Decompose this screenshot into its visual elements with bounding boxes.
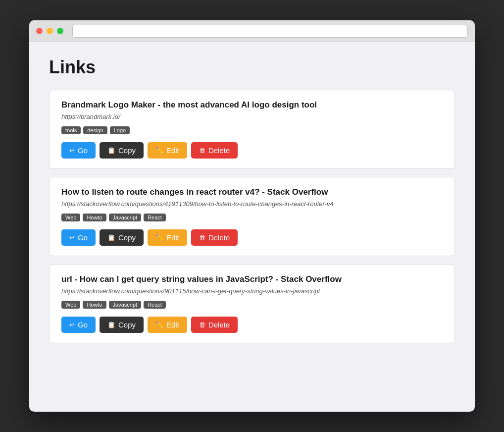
edit-label: Edit: [166, 233, 179, 242]
close-button[interactable]: [36, 28, 43, 34]
browser-content: Links Brandmark Logo Maker - the most ad…: [29, 42, 475, 366]
copy-label: Copy: [118, 233, 136, 242]
copy-icon: 📋: [107, 321, 115, 328]
link-card-3: url - How can I get query string values …: [49, 264, 455, 343]
link-title: Brandmark Logo Maker - the most advanced…: [61, 100, 443, 110]
delete-button[interactable]: 🗑Delete: [191, 317, 238, 333]
delete-button[interactable]: 🗑Delete: [191, 142, 238, 159]
browser-window: Links Brandmark Logo Maker - the most ad…: [29, 20, 475, 412]
actions-row: ↩Go📋Copy✏️Edit🗑Delete: [61, 229, 443, 246]
link-title: How to listen to route changes in react …: [61, 187, 443, 197]
edit-label: Edit: [166, 146, 179, 155]
tag: React: [144, 301, 166, 309]
edit-icon: ✏️: [155, 234, 163, 241]
tag: Howto: [83, 301, 106, 309]
tag: Javascript: [109, 214, 142, 221]
tags-row: WebHowtoJavascriptReact: [61, 301, 443, 309]
edit-button[interactable]: ✏️Edit: [148, 317, 187, 333]
tag: Logo: [110, 126, 130, 134]
copy-button[interactable]: 📋Copy: [100, 317, 144, 333]
link-url: https://stackoverflow.com/questions/9011…: [61, 287, 443, 295]
maximize-button[interactable]: [57, 28, 63, 34]
go-label: Go: [78, 146, 88, 155]
delete-label: Delete: [208, 321, 230, 329]
delete-icon: 🗑: [199, 147, 205, 154]
link-url: https://brandmark.io/: [61, 113, 443, 120]
go-button[interactable]: ↩Go: [61, 142, 96, 159]
edit-icon: ✏️: [155, 321, 163, 328]
copy-label: Copy: [118, 321, 136, 329]
go-icon: ↩: [69, 321, 75, 328]
tag: Web: [61, 301, 80, 309]
tag: React: [144, 214, 166, 221]
minimize-button[interactable]: [47, 28, 53, 34]
copy-button[interactable]: 📋Copy: [100, 142, 144, 159]
browser-titlebar: [29, 20, 475, 42]
delete-label: Delete: [208, 146, 230, 155]
tags-row: WebHowtoJavascriptReact: [61, 214, 443, 221]
actions-row: ↩Go📋Copy✏️Edit🗑Delete: [61, 317, 443, 333]
delete-label: Delete: [208, 233, 230, 242]
tag: design: [83, 126, 107, 134]
link-card-1: Brandmark Logo Maker - the most advanced…: [49, 90, 455, 169]
link-url: https://stackoverflow.com/questions/4191…: [61, 200, 443, 208]
delete-icon: 🗑: [199, 234, 205, 241]
tag: tools: [61, 126, 81, 134]
edit-label: Edit: [166, 321, 179, 329]
go-label: Go: [78, 233, 88, 242]
delete-button[interactable]: 🗑Delete: [191, 229, 238, 246]
link-title: url - How can I get query string values …: [61, 274, 443, 284]
copy-label: Copy: [118, 146, 136, 155]
go-button[interactable]: ↩Go: [61, 229, 96, 246]
page-title: Links: [49, 57, 455, 78]
go-label: Go: [78, 321, 88, 329]
copy-button[interactable]: 📋Copy: [100, 229, 144, 246]
copy-icon: 📋: [107, 234, 115, 241]
edit-button[interactable]: ✏️Edit: [148, 229, 187, 246]
edit-icon: ✏️: [155, 147, 163, 154]
go-icon: ↩: [69, 234, 75, 241]
address-bar[interactable]: [72, 25, 468, 38]
link-card-2: How to listen to route changes in react …: [49, 177, 455, 256]
tags-row: toolsdesignLogo: [61, 126, 443, 134]
go-icon: ↩: [69, 147, 75, 154]
tag: Web: [61, 214, 80, 221]
go-button[interactable]: ↩Go: [61, 317, 96, 333]
edit-button[interactable]: ✏️Edit: [148, 142, 187, 159]
links-container: Brandmark Logo Maker - the most advanced…: [49, 90, 455, 343]
tag: Javascript: [109, 301, 142, 309]
delete-icon: 🗑: [199, 321, 205, 328]
copy-icon: 📋: [107, 147, 115, 154]
tag: Howto: [83, 214, 106, 221]
actions-row: ↩Go📋Copy✏️Edit🗑Delete: [61, 142, 443, 159]
